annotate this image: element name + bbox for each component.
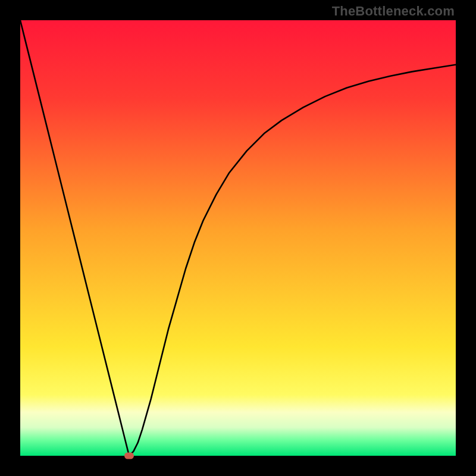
chart-frame: TheBottleneck.com bbox=[0, 0, 476, 476]
curve-layer bbox=[20, 20, 456, 456]
optimal-point-marker bbox=[124, 453, 134, 459]
plot-area bbox=[20, 20, 456, 456]
bottleneck-curve bbox=[20, 20, 456, 456]
watermark-text: TheBottleneck.com bbox=[332, 4, 455, 19]
